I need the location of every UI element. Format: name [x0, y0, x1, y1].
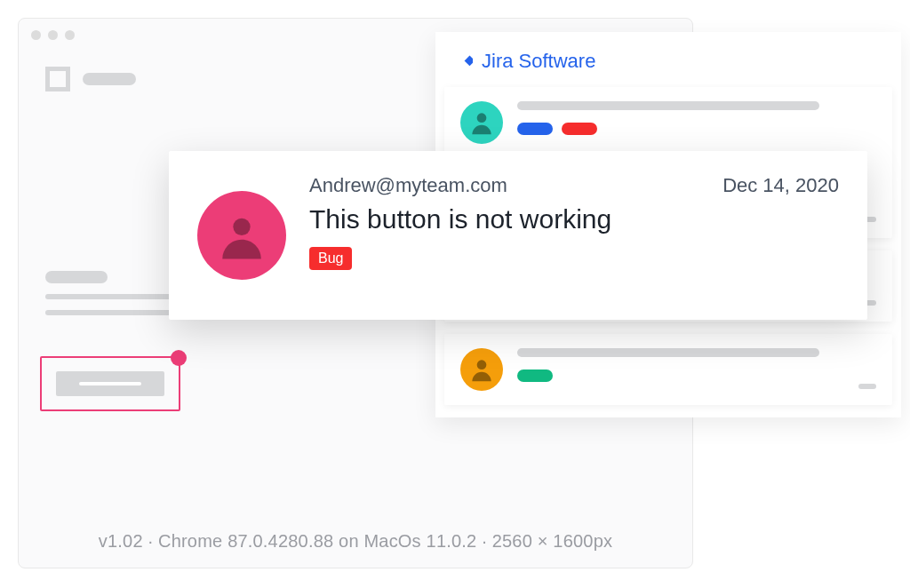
- sidebar-heading-skeleton: [45, 271, 108, 283]
- avatar: [460, 348, 503, 391]
- sidebar-line-skeleton: [45, 310, 179, 315]
- traffic-close[interactable]: [31, 30, 41, 40]
- more-icon[interactable]: [858, 384, 876, 389]
- jira-title: Jira Software: [482, 50, 595, 73]
- issue-date: Dec 14, 2020: [722, 174, 839, 197]
- featured-issue-card[interactable]: Andrew@myteam.com Dec 14, 2020 This butt…: [169, 151, 867, 320]
- jira-card[interactable]: [444, 334, 892, 405]
- sidebar: [45, 271, 188, 315]
- svg-rect-0: [465, 56, 473, 67]
- annotation-pin-icon[interactable]: [171, 350, 187, 366]
- target-button[interactable]: [56, 371, 164, 396]
- reporter-avatar: [197, 191, 286, 280]
- target-button-label-skeleton: [79, 382, 141, 385]
- session-browser: Chrome 87.0.4280.88 on MacOs 11.0.2: [158, 531, 476, 551]
- feature-body: Andrew@myteam.com Dec 14, 2020 This butt…: [309, 174, 839, 297]
- svg-point-1: [477, 113, 487, 123]
- traffic-minimize[interactable]: [48, 30, 58, 40]
- reporter-email: Andrew@myteam.com: [309, 174, 507, 197]
- app-logo-icon: [45, 67, 70, 91]
- card-body: [517, 348, 876, 391]
- tag-pill: [517, 123, 553, 135]
- issue-tag-bug: Bug: [309, 247, 352, 270]
- card-tags: [517, 123, 876, 135]
- selected-element-highlight[interactable]: [40, 356, 180, 411]
- avatar: [460, 101, 503, 144]
- card-title-skeleton: [517, 101, 819, 110]
- tag-pill: [562, 123, 597, 135]
- app-logo-label: [83, 73, 136, 85]
- svg-point-3: [477, 360, 487, 369]
- card-title-skeleton: [517, 348, 819, 357]
- sidebar-line-skeleton: [45, 294, 179, 299]
- jira-header: Jira Software: [435, 44, 901, 87]
- card-tags: [517, 369, 876, 382]
- session-resolution: 2560 × 1600px: [492, 531, 613, 551]
- session-version: v1.02: [99, 531, 143, 551]
- issue-title: This button is not working: [309, 204, 839, 234]
- feature-meta: Andrew@myteam.com Dec 14, 2020: [309, 174, 839, 197]
- jira-logo-icon: [455, 52, 473, 70]
- tag-pill: [517, 369, 553, 382]
- traffic-zoom[interactable]: [65, 30, 75, 40]
- svg-point-4: [233, 219, 250, 235]
- session-metadata: v1.02 · Chrome 87.0.4280.88 on MacOs 11.…: [19, 531, 692, 552]
